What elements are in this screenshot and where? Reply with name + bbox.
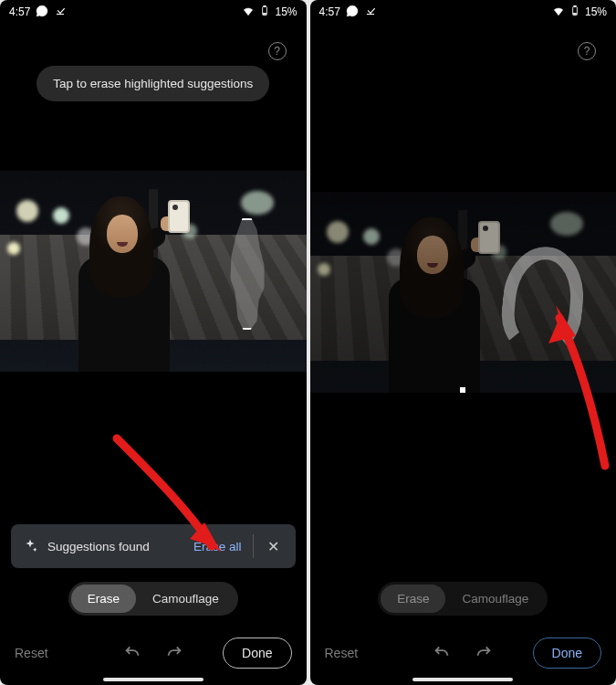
battery-text: 15%	[275, 5, 297, 18]
svg-rect-2	[264, 13, 266, 14]
svg-rect-5	[574, 5, 576, 6]
photo-canvas[interactable]	[0, 171, 307, 372]
battery-text: 15%	[585, 5, 607, 18]
done-button[interactable]: Done	[223, 638, 291, 669]
suggestions-label: Suggestions found	[47, 540, 150, 553]
help-icon[interactable]: ?	[268, 42, 287, 60]
redo-icon[interactable]	[474, 642, 494, 665]
download-done-icon	[54, 5, 67, 20]
battery-icon	[569, 5, 581, 20]
photo-subject	[78, 196, 184, 372]
reset-button[interactable]: Reset	[15, 646, 48, 660]
magic-eraser-screen-suggestions: 4:57 15% ? Tap to era	[0, 0, 307, 685]
gesture-bar[interactable]	[412, 678, 513, 681]
crop-handle[interactable]	[460, 387, 465, 393]
dismiss-suggestions-button[interactable]: ✕	[256, 538, 292, 555]
erase-all-button[interactable]: Erase all	[184, 532, 251, 561]
undo-icon[interactable]	[122, 642, 142, 665]
mode-camouflage[interactable]: Camouflage	[445, 585, 545, 613]
hint-tooltip: Tap to erase highlighted suggestions	[37, 66, 269, 101]
whatsapp-icon	[346, 5, 359, 20]
whatsapp-icon	[36, 5, 48, 20]
magic-eraser-screen-brushing: 4:57 15% ?	[310, 0, 617, 685]
mode-erase[interactable]: Erase	[71, 585, 136, 613]
bottom-toolbar: Reset Done	[0, 638, 307, 669]
mode-switch: Erase Camouflage	[0, 582, 307, 616]
help-icon[interactable]: ?	[578, 42, 596, 60]
done-button[interactable]: Done	[533, 638, 601, 669]
status-time: 4:57	[319, 5, 340, 18]
status-bar: 4:57 15%	[0, 0, 307, 24]
gesture-bar[interactable]	[103, 678, 204, 681]
mode-erase[interactable]: Erase	[381, 585, 445, 613]
hint-tooltip-text: Tap to erase highlighted suggestions	[53, 77, 253, 90]
battery-icon	[258, 5, 271, 20]
sparkle-icon	[22, 538, 38, 554]
undo-icon[interactable]	[432, 642, 452, 665]
wifi-icon	[552, 5, 565, 20]
redo-icon[interactable]	[164, 642, 184, 665]
status-time: 4:57	[9, 5, 30, 18]
reset-button[interactable]: Reset	[325, 646, 359, 660]
mode-switch: Erase Camouflage	[310, 582, 617, 616]
suggestions-toast: Suggestions found Erase all ✕	[11, 524, 296, 568]
status-bar: 4:57 15%	[310, 0, 617, 24]
download-done-icon	[364, 5, 377, 20]
svg-rect-6	[574, 13, 577, 14]
mode-camouflage[interactable]: Camouflage	[136, 585, 235, 613]
svg-rect-1	[264, 5, 266, 6]
wifi-icon	[242, 5, 255, 20]
photo-canvas[interactable]	[310, 192, 617, 393]
bottom-toolbar: Reset Done	[310, 638, 617, 669]
